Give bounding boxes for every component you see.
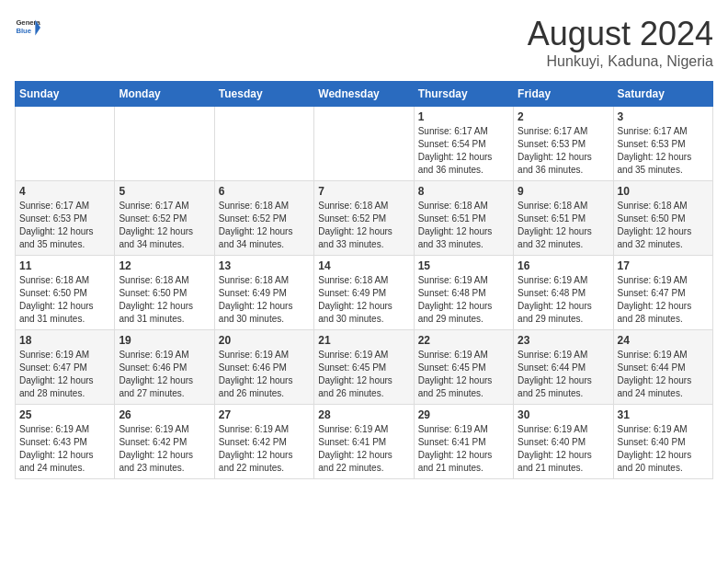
day-info: Sunrise: 6:19 AMSunset: 6:40 PMDaylight:… <box>518 423 609 475</box>
calendar-week-row: 1Sunrise: 6:17 AMSunset: 6:54 PMDaylight… <box>16 107 713 181</box>
day-number: 20 <box>219 334 310 347</box>
calendar-cell: 27Sunrise: 6:19 AMSunset: 6:42 PMDayligh… <box>214 405 313 479</box>
day-info: Sunrise: 6:19 AMSunset: 6:47 PMDaylight:… <box>19 349 110 400</box>
calendar-cell: 19Sunrise: 6:19 AMSunset: 6:46 PMDayligh… <box>115 330 214 405</box>
location: Hunkuyi, Kaduna, Nigeria <box>528 53 713 70</box>
day-info: Sunrise: 6:19 AMSunset: 6:48 PMDaylight:… <box>518 274 609 326</box>
day-info: Sunrise: 6:19 AMSunset: 6:48 PMDaylight:… <box>418 274 509 326</box>
day-info: Sunrise: 6:19 AMSunset: 6:41 PMDaylight:… <box>318 423 409 475</box>
calendar-cell: 1Sunrise: 6:17 AMSunset: 6:54 PMDaylight… <box>414 107 513 181</box>
day-number: 30 <box>518 408 609 421</box>
calendar-cell: 24Sunrise: 6:19 AMSunset: 6:44 PMDayligh… <box>613 330 712 405</box>
calendar-cell: 28Sunrise: 6:19 AMSunset: 6:41 PMDayligh… <box>314 405 414 479</box>
day-number: 12 <box>119 259 210 272</box>
day-number: 19 <box>119 334 210 347</box>
day-number: 4 <box>19 185 110 198</box>
day-number: 18 <box>19 334 110 347</box>
day-info: Sunrise: 6:18 AMSunset: 6:52 PMDaylight:… <box>219 200 310 251</box>
day-info: Sunrise: 6:19 AMSunset: 6:45 PMDaylight:… <box>418 349 509 400</box>
day-info: Sunrise: 6:18 AMSunset: 6:51 PMDaylight:… <box>418 200 509 251</box>
calendar-table: SundayMondayTuesdayWednesdayThursdayFrid… <box>15 81 713 479</box>
calendar-cell: 9Sunrise: 6:18 AMSunset: 6:51 PMDaylight… <box>514 181 613 256</box>
day-info: Sunrise: 6:19 AMSunset: 6:43 PMDaylight:… <box>19 423 110 475</box>
day-of-week-header: Wednesday <box>314 82 414 107</box>
day-info: Sunrise: 6:19 AMSunset: 6:47 PMDaylight:… <box>618 274 709 326</box>
day-info: Sunrise: 6:19 AMSunset: 6:46 PMDaylight:… <box>219 349 310 400</box>
day-number: 21 <box>318 334 409 347</box>
calendar-cell: 14Sunrise: 6:18 AMSunset: 6:49 PMDayligh… <box>314 256 414 330</box>
day-number: 10 <box>618 185 709 198</box>
day-info: Sunrise: 6:18 AMSunset: 6:50 PMDaylight:… <box>618 200 709 251</box>
day-info: Sunrise: 6:17 AMSunset: 6:53 PMDaylight:… <box>618 125 709 177</box>
calendar-cell: 2Sunrise: 6:17 AMSunset: 6:53 PMDaylight… <box>514 107 613 181</box>
calendar-cell: 11Sunrise: 6:18 AMSunset: 6:50 PMDayligh… <box>16 256 115 330</box>
calendar-cell: 29Sunrise: 6:19 AMSunset: 6:41 PMDayligh… <box>414 405 513 479</box>
calendar-cell <box>115 107 214 181</box>
calendar-cell: 6Sunrise: 6:18 AMSunset: 6:52 PMDaylight… <box>214 181 313 256</box>
day-number: 26 <box>119 408 210 421</box>
day-number: 7 <box>318 185 409 198</box>
day-of-week-header: Monday <box>115 82 214 107</box>
day-number: 15 <box>418 259 509 272</box>
day-number: 2 <box>518 110 609 123</box>
calendar-cell: 7Sunrise: 6:18 AMSunset: 6:52 PMDaylight… <box>314 181 414 256</box>
day-info: Sunrise: 6:17 AMSunset: 6:53 PMDaylight:… <box>19 200 110 251</box>
day-info: Sunrise: 6:19 AMSunset: 6:46 PMDaylight:… <box>119 349 210 400</box>
calendar-week-row: 18Sunrise: 6:19 AMSunset: 6:47 PMDayligh… <box>16 330 713 405</box>
svg-text:Blue: Blue <box>16 27 31 35</box>
day-number: 29 <box>418 408 509 421</box>
calendar-cell <box>214 107 313 181</box>
title-area: August 2024 Hunkuyi, Kaduna, Nigeria <box>528 15 713 70</box>
day-info: Sunrise: 6:19 AMSunset: 6:45 PMDaylight:… <box>318 349 409 400</box>
day-info: Sunrise: 6:19 AMSunset: 6:42 PMDaylight:… <box>119 423 210 475</box>
day-info: Sunrise: 6:19 AMSunset: 6:44 PMDaylight:… <box>518 349 609 400</box>
calendar-cell: 18Sunrise: 6:19 AMSunset: 6:47 PMDayligh… <box>16 330 115 405</box>
day-info: Sunrise: 6:18 AMSunset: 6:49 PMDaylight:… <box>219 274 310 326</box>
day-info: Sunrise: 6:19 AMSunset: 6:42 PMDaylight:… <box>219 423 310 475</box>
calendar-cell <box>314 107 414 181</box>
calendar-cell: 22Sunrise: 6:19 AMSunset: 6:45 PMDayligh… <box>414 330 513 405</box>
logo: General Blue <box>15 15 40 40</box>
day-number: 14 <box>318 259 409 272</box>
day-number: 8 <box>418 185 509 198</box>
day-info: Sunrise: 6:18 AMSunset: 6:50 PMDaylight:… <box>119 274 210 326</box>
calendar-cell: 20Sunrise: 6:19 AMSunset: 6:46 PMDayligh… <box>214 330 313 405</box>
day-number: 9 <box>518 185 609 198</box>
calendar-cell: 23Sunrise: 6:19 AMSunset: 6:44 PMDayligh… <box>514 330 613 405</box>
day-info: Sunrise: 6:18 AMSunset: 6:50 PMDaylight:… <box>19 274 110 326</box>
days-of-week-row: SundayMondayTuesdayWednesdayThursdayFrid… <box>16 82 713 107</box>
logo-icon: General Blue <box>15 15 40 40</box>
day-info: Sunrise: 6:19 AMSunset: 6:40 PMDaylight:… <box>618 423 709 475</box>
page-header: General Blue August 2024 Hunkuyi, Kaduna… <box>15 15 713 70</box>
day-of-week-header: Friday <box>514 82 613 107</box>
calendar-cell: 16Sunrise: 6:19 AMSunset: 6:48 PMDayligh… <box>514 256 613 330</box>
calendar-body: 1Sunrise: 6:17 AMSunset: 6:54 PMDaylight… <box>16 107 713 479</box>
calendar-week-row: 25Sunrise: 6:19 AMSunset: 6:43 PMDayligh… <box>16 405 713 479</box>
calendar-cell: 12Sunrise: 6:18 AMSunset: 6:50 PMDayligh… <box>115 256 214 330</box>
day-number: 25 <box>19 408 110 421</box>
day-of-week-header: Thursday <box>414 82 513 107</box>
day-info: Sunrise: 6:18 AMSunset: 6:52 PMDaylight:… <box>318 200 409 251</box>
day-info: Sunrise: 6:18 AMSunset: 6:49 PMDaylight:… <box>318 274 409 326</box>
day-info: Sunrise: 6:18 AMSunset: 6:51 PMDaylight:… <box>518 200 609 251</box>
calendar-cell: 8Sunrise: 6:18 AMSunset: 6:51 PMDaylight… <box>414 181 513 256</box>
month-year: August 2024 <box>528 15 713 53</box>
calendar-week-row: 11Sunrise: 6:18 AMSunset: 6:50 PMDayligh… <box>16 256 713 330</box>
day-number: 11 <box>19 259 110 272</box>
day-number: 28 <box>318 408 409 421</box>
day-number: 23 <box>518 334 609 347</box>
calendar-cell <box>16 107 115 181</box>
calendar-cell: 3Sunrise: 6:17 AMSunset: 6:53 PMDaylight… <box>613 107 712 181</box>
calendar-header: SundayMondayTuesdayWednesdayThursdayFrid… <box>16 82 713 107</box>
day-of-week-header: Tuesday <box>214 82 313 107</box>
calendar-cell: 10Sunrise: 6:18 AMSunset: 6:50 PMDayligh… <box>613 181 712 256</box>
calendar-cell: 25Sunrise: 6:19 AMSunset: 6:43 PMDayligh… <box>16 405 115 479</box>
day-info: Sunrise: 6:17 AMSunset: 6:54 PMDaylight:… <box>418 125 509 177</box>
calendar-cell: 31Sunrise: 6:19 AMSunset: 6:40 PMDayligh… <box>613 405 712 479</box>
calendar-cell: 15Sunrise: 6:19 AMSunset: 6:48 PMDayligh… <box>414 256 513 330</box>
day-number: 6 <box>219 185 310 198</box>
day-of-week-header: Saturday <box>613 82 712 107</box>
calendar-cell: 30Sunrise: 6:19 AMSunset: 6:40 PMDayligh… <box>514 405 613 479</box>
day-number: 31 <box>618 408 709 421</box>
day-number: 16 <box>518 259 609 272</box>
